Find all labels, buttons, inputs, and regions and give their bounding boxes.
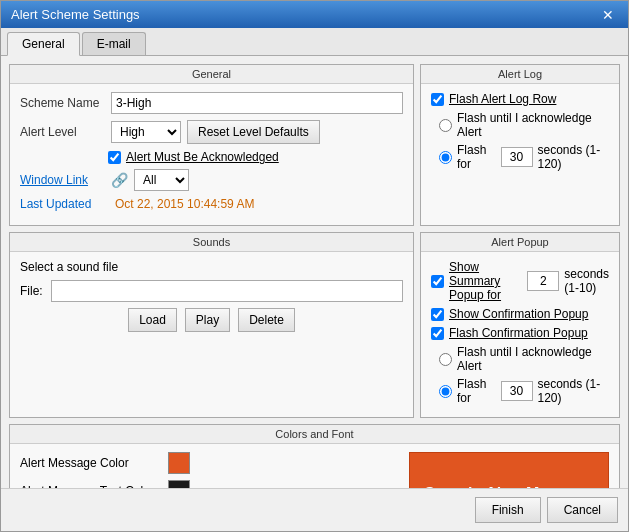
show-summary-row: Show Summary Popup for seconds (1-10): [431, 260, 609, 302]
load-button[interactable]: Load: [128, 308, 177, 332]
last-updated-value: Oct 22, 2015 10:44:59 AM: [115, 197, 254, 211]
flash-for-label: Flash for: [457, 143, 496, 171]
file-row: File:: [20, 280, 403, 302]
main-window: Alert Scheme Settings ✕ General E-mail G…: [0, 0, 629, 532]
flash-alert-log-row: Flash Alert Log Row: [431, 92, 609, 106]
scheme-name-label: Scheme Name: [20, 96, 105, 110]
general-panel-body: Scheme Name Alert Level High Reset Level…: [10, 84, 413, 225]
colors-left: Alert Message Color Alert Message Text C…: [20, 452, 399, 488]
popup-flash-seconds-input[interactable]: [501, 381, 533, 401]
flash-for-row: Flash for seconds (1-120): [431, 143, 609, 171]
alert-popup-title: Alert Popup: [421, 233, 619, 252]
title-bar: Alert Scheme Settings ✕: [1, 1, 628, 28]
colors-panel: Colors and Font Alert Message Color Aler…: [9, 424, 620, 488]
acknowledge-row: Alert Must Be Acknowledged: [108, 150, 403, 164]
reset-level-button[interactable]: Reset Level Defaults: [187, 120, 320, 144]
acknowledge-checkbox[interactable]: [108, 151, 121, 164]
flash-until-ack-row: Flash until I acknowledge Alert: [431, 111, 609, 139]
popup-flash-until-ack-label: Flash until I acknowledge Alert: [457, 345, 609, 373]
colors-title: Colors and Font: [10, 425, 619, 444]
show-confirmation-label: Show Confirmation Popup: [449, 307, 588, 321]
flash-until-ack-label: Flash until I acknowledge Alert: [457, 111, 609, 139]
show-summary-label: Show Summary Popup for: [449, 260, 522, 302]
delete-button[interactable]: Delete: [238, 308, 295, 332]
chain-icon: 🔗: [111, 172, 128, 188]
colors-body: Alert Message Color Alert Message Text C…: [10, 444, 619, 488]
window-link-label[interactable]: Window Link: [20, 173, 105, 187]
sounds-title: Sounds: [10, 233, 413, 252]
file-label: File:: [20, 284, 43, 298]
scheme-name-row: Scheme Name: [20, 92, 403, 114]
flash-for-radio[interactable]: [439, 151, 452, 164]
summary-range-label: seconds (1-10): [564, 267, 609, 295]
sounds-buttons: Load Play Delete: [20, 308, 403, 332]
popup-flash-until-ack-radio[interactable]: [439, 353, 452, 366]
flash-confirmation-checkbox[interactable]: [431, 327, 444, 340]
tab-bar: General E-mail: [1, 28, 628, 56]
tab-email[interactable]: E-mail: [82, 32, 146, 55]
flash-alert-log-label: Flash Alert Log Row: [449, 92, 556, 106]
sounds-panel: Sounds Select a sound file File: Load Pl…: [9, 232, 414, 418]
alert-log-title: Alert Log: [421, 65, 619, 84]
sounds-body: Select a sound file File: Load Play Dele…: [10, 252, 413, 417]
alert-level-select[interactable]: High: [111, 121, 181, 143]
alert-level-row: Alert Level High Reset Level Defaults: [20, 120, 403, 144]
finish-button[interactable]: Finish: [475, 497, 541, 523]
alert-msg-color-row: Alert Message Color: [20, 452, 399, 474]
flash-confirmation-label: Flash Confirmation Popup: [449, 326, 588, 340]
alert-text-color-swatch[interactable]: [168, 480, 190, 488]
general-panel-title: General: [10, 65, 413, 84]
flash-range-label: seconds (1-120): [538, 143, 610, 171]
top-row: General Scheme Name Alert Level High Res…: [9, 64, 620, 226]
alert-level-label: Alert Level: [20, 125, 105, 139]
alert-popup-panel: Alert Popup Show Summary Popup for secon…: [420, 232, 620, 418]
middle-row: Sounds Select a sound file File: Load Pl…: [9, 232, 620, 418]
show-confirmation-row: Show Confirmation Popup: [431, 307, 609, 321]
window-title: Alert Scheme Settings: [11, 7, 140, 22]
alert-msg-color-label: Alert Message Color: [20, 456, 160, 470]
popup-flash-for-row: Flash for seconds (1-120): [431, 377, 609, 405]
close-button[interactable]: ✕: [598, 8, 618, 22]
show-summary-checkbox[interactable]: [431, 275, 444, 288]
play-button[interactable]: Play: [185, 308, 230, 332]
alert-log-body: Flash Alert Log Row Flash until I acknow…: [421, 84, 619, 183]
scheme-name-input[interactable]: [111, 92, 403, 114]
last-updated-label: Last Updated: [20, 197, 105, 211]
alert-popup-body: Show Summary Popup for seconds (1-10) Sh…: [421, 252, 619, 417]
content-area: General Scheme Name Alert Level High Res…: [1, 56, 628, 488]
window-link-select[interactable]: All: [134, 169, 189, 191]
flash-alert-log-checkbox[interactable]: [431, 93, 444, 106]
popup-flash-for-label: Flash for: [457, 377, 496, 405]
footer: Finish Cancel: [1, 488, 628, 531]
alert-text-color-row: Alert Message Text Color: [20, 480, 399, 488]
file-input[interactable]: [51, 280, 403, 302]
general-panel: General Scheme Name Alert Level High Res…: [9, 64, 414, 226]
alert-msg-color-swatch[interactable]: [168, 452, 190, 474]
show-confirmation-checkbox[interactable]: [431, 308, 444, 321]
flash-confirmation-row: Flash Confirmation Popup: [431, 326, 609, 340]
popup-flash-for-radio[interactable]: [439, 385, 452, 398]
summary-seconds-input[interactable]: [527, 271, 559, 291]
popup-flash-until-ack-row: Flash until I acknowledge Alert: [431, 345, 609, 373]
cancel-button[interactable]: Cancel: [547, 497, 618, 523]
popup-flash-range-label: seconds (1-120): [538, 377, 610, 405]
flash-seconds-input[interactable]: [501, 147, 533, 167]
last-updated-row: Last Updated Oct 22, 2015 10:44:59 AM: [20, 197, 403, 211]
alert-log-panel: Alert Log Flash Alert Log Row Flash unti…: [420, 64, 620, 226]
tab-general[interactable]: General: [7, 32, 80, 56]
select-sound-row: Select a sound file: [20, 260, 403, 274]
select-sound-label: Select a sound file: [20, 260, 118, 274]
flash-until-ack-radio[interactable]: [439, 119, 452, 132]
window-link-row: Window Link 🔗 All: [20, 169, 403, 191]
acknowledge-label: Alert Must Be Acknowledged: [126, 150, 279, 164]
sample-alert-box: Sample Alert Message: [409, 452, 609, 488]
